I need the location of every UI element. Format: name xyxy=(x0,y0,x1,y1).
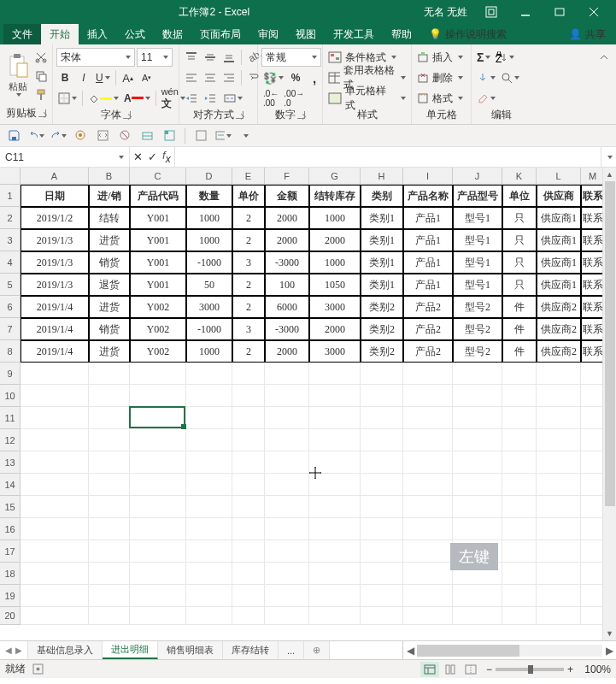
cell[interactable] xyxy=(537,385,581,407)
cell[interactable] xyxy=(130,518,186,540)
cell[interactable]: 单价 xyxy=(232,185,265,207)
cell[interactable]: 结转库存 xyxy=(309,185,361,207)
cell[interactable] xyxy=(130,385,186,407)
col-header-L[interactable]: L xyxy=(537,168,581,185)
cell[interactable] xyxy=(186,451,232,474)
cell[interactable] xyxy=(21,385,89,407)
cell[interactable] xyxy=(453,407,502,429)
row-header-20[interactable]: 20 xyxy=(0,607,21,625)
cell[interactable] xyxy=(403,385,453,407)
cell[interactable]: 100 xyxy=(265,274,309,296)
cell[interactable] xyxy=(581,407,605,429)
col-header-E[interactable]: E xyxy=(232,168,265,185)
align-launcher[interactable] xyxy=(236,111,243,119)
cell[interactable]: 销货 xyxy=(89,251,130,274)
zoom-in-button[interactable]: + xyxy=(567,663,573,675)
cell[interactable] xyxy=(403,451,453,474)
cell[interactable] xyxy=(130,607,186,625)
qat-custom-4[interactable] xyxy=(214,127,232,144)
borders-button[interactable] xyxy=(56,89,79,108)
cell[interactable] xyxy=(186,407,232,429)
cell[interactable] xyxy=(361,451,403,474)
cell[interactable] xyxy=(186,540,232,563)
cell[interactable] xyxy=(403,563,453,585)
cell[interactable]: 产品1 xyxy=(403,251,453,274)
cell[interactable]: Y002 xyxy=(130,340,186,363)
col-header-F[interactable]: F xyxy=(265,168,309,185)
cell[interactable] xyxy=(403,407,453,429)
cell[interactable] xyxy=(89,429,130,451)
share-button[interactable]: 👤 共享 xyxy=(562,24,613,44)
cell[interactable] xyxy=(403,585,453,607)
cell[interactable] xyxy=(265,474,309,496)
account-icon[interactable] xyxy=(474,0,508,24)
sheet-tab-more[interactable]: ... xyxy=(279,641,304,659)
cell[interactable] xyxy=(537,496,581,518)
cell[interactable] xyxy=(309,518,361,540)
cell[interactable] xyxy=(309,474,361,496)
cell[interactable] xyxy=(232,363,265,385)
collapse-ribbon-button[interactable] xyxy=(595,48,613,67)
cell[interactable] xyxy=(403,518,453,540)
cell[interactable] xyxy=(130,496,186,518)
delete-cells-button[interactable]: 删除 xyxy=(415,68,465,87)
cell[interactable] xyxy=(581,429,605,451)
cell[interactable]: 只 xyxy=(502,229,537,251)
increase-decimal-button[interactable]: .0←.00 xyxy=(261,89,280,108)
tab-home[interactable]: 开始 xyxy=(41,24,79,44)
cell[interactable] xyxy=(21,451,89,474)
cell[interactable]: 型号1 xyxy=(453,251,502,274)
cell[interactable]: 产品1 xyxy=(403,207,453,229)
col-header-A[interactable]: A xyxy=(21,168,89,185)
tab-formulas[interactable]: 公式 xyxy=(116,24,154,44)
qat-custom-3[interactable] xyxy=(192,127,209,144)
cell[interactable]: 只 xyxy=(502,207,537,229)
cells-area[interactable]: 日期进/销产品代码数量单价金额结转库存类别产品名称产品型号单位供应商联系2019… xyxy=(21,185,605,625)
cell[interactable]: 2019/1/2 xyxy=(21,207,89,229)
cell[interactable]: 3000 xyxy=(309,340,361,363)
row-header-17[interactable]: 17 xyxy=(0,540,21,563)
tab-layout[interactable]: 页面布局 xyxy=(191,24,249,44)
cell[interactable] xyxy=(581,474,605,496)
cell[interactable]: 进/销 xyxy=(89,185,130,207)
grow-font-button[interactable]: A▴ xyxy=(120,68,137,87)
row-header-14[interactable]: 14 xyxy=(0,474,21,496)
scroll-down-button[interactable]: ▼ xyxy=(603,627,616,640)
cell[interactable] xyxy=(581,451,605,474)
cell[interactable]: 2 xyxy=(232,340,265,363)
cell[interactable] xyxy=(361,540,403,563)
qat-save[interactable] xyxy=(5,127,22,144)
cell[interactable] xyxy=(403,429,453,451)
cell[interactable]: 进货 xyxy=(89,229,130,251)
cell[interactable] xyxy=(265,607,309,625)
cell[interactable] xyxy=(309,540,361,563)
cell[interactable] xyxy=(403,496,453,518)
cell[interactable] xyxy=(453,585,502,607)
expand-formula-bar[interactable] xyxy=(601,147,616,167)
cell[interactable] xyxy=(89,496,130,518)
insert-cells-button[interactable]: 插入 xyxy=(415,48,465,67)
align-right-button[interactable] xyxy=(220,68,238,87)
tab-help[interactable]: 帮助 xyxy=(383,24,420,44)
col-header-B[interactable]: B xyxy=(89,168,130,185)
qat-undo[interactable] xyxy=(27,127,44,144)
scroll-thumb-h[interactable] xyxy=(417,645,519,657)
cell[interactable]: 供应商2 xyxy=(537,318,581,340)
cell-styles-button[interactable]: 单元格样式 xyxy=(326,89,408,108)
cell[interactable] xyxy=(186,474,232,496)
close-button[interactable] xyxy=(577,0,611,24)
cell[interactable] xyxy=(403,607,453,625)
cell[interactable] xyxy=(537,451,581,474)
cell[interactable] xyxy=(502,518,537,540)
cell[interactable] xyxy=(232,385,265,407)
cell[interactable] xyxy=(537,429,581,451)
cell[interactable]: 2 xyxy=(232,274,265,296)
copy-button[interactable] xyxy=(33,68,49,84)
cell[interactable] xyxy=(537,563,581,585)
cell[interactable] xyxy=(361,607,403,625)
qat-vba[interactable] xyxy=(94,127,111,144)
col-header-H[interactable]: H xyxy=(361,168,403,185)
cell[interactable]: Y001 xyxy=(130,207,186,229)
bold-button[interactable]: B xyxy=(56,68,73,87)
cell[interactable]: 进货 xyxy=(89,296,130,318)
